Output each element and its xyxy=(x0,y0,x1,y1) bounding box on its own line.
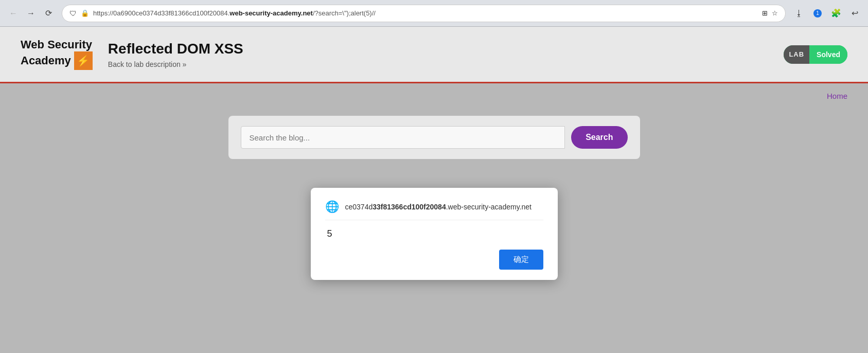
logo-lightning: ⚡ xyxy=(74,51,93,70)
lab-solved-badge: LAB Solved xyxy=(784,45,847,64)
address-bar[interactable]: 🛡 🔒 https://0a6900ce0374d33f81366cd100f2… xyxy=(62,5,786,22)
browser-actions: ⭳ 1 🧩 ↩ xyxy=(792,6,862,21)
back-to-lab-link[interactable]: Back to lab description » xyxy=(108,60,243,68)
search-input[interactable] xyxy=(241,126,565,149)
lab-title: Reflected DOM XSS xyxy=(108,41,243,57)
bookmark-icon[interactable]: ☆ xyxy=(772,9,778,17)
dialog-actions: 确定 xyxy=(325,250,543,270)
lab-badge-label: LAB xyxy=(784,45,809,64)
globe-icon: 🌐 xyxy=(325,200,339,214)
extensions-icon[interactable]: 🧩 xyxy=(829,6,843,21)
origin-prefix: ce0374d xyxy=(345,203,373,211)
logo: Web Security Academy ⚡ xyxy=(21,39,93,69)
dialog-origin: ce0374d33f81366cd100f20084.web-security-… xyxy=(345,203,532,211)
forward-button[interactable]: → xyxy=(24,6,38,21)
logo-academy-text: Academy xyxy=(21,55,71,67)
lab-badge-solved: Solved xyxy=(809,45,847,64)
url-domain: web-security-academy.net xyxy=(229,9,313,17)
lab-header: Web Security Academy ⚡ Reflected DOM XSS… xyxy=(0,27,868,83)
lab-header-left: Web Security Academy ⚡ Reflected DOM XSS… xyxy=(21,39,243,69)
alert-dialog: 🌐 ce0374d33f81366cd100f20084.web-securit… xyxy=(311,188,558,280)
search-button[interactable]: Search xyxy=(571,126,627,149)
logo-line2: Academy ⚡ xyxy=(21,51,93,70)
reload-button[interactable]: ⟳ xyxy=(41,6,56,21)
origin-bold: 33f81366cd100f20084 xyxy=(373,203,446,211)
page-content: Home Search 🌐 ce0374d33f81366cd100f20084… xyxy=(0,83,868,353)
origin-suffix: .web-security-academy.net xyxy=(446,203,532,211)
download-icon[interactable]: ⭳ xyxy=(792,6,806,21)
browser-chrome: ← → ⟳ 🛡 🔒 https://0a6900ce0374d33f81366c… xyxy=(0,0,868,27)
url-suffix: /?search=\");alert(5)// xyxy=(313,9,376,17)
nav-buttons: ← → ⟳ xyxy=(6,6,56,21)
logo-line1: Web Security xyxy=(21,39,93,51)
dialog-message: 5 xyxy=(325,228,543,239)
home-link[interactable]: Home xyxy=(827,92,847,100)
search-container: Search xyxy=(228,116,640,159)
url-text: https://0a6900ce0374d33f81366cd100f20084… xyxy=(93,9,758,17)
search-area: Search xyxy=(0,105,868,169)
dialog-header: 🌐 ce0374d33f81366cd100f20084.web-securit… xyxy=(325,200,543,220)
lock-icon: 🔒 xyxy=(81,9,89,17)
notifications-button[interactable]: 1 xyxy=(810,6,825,21)
notification-badge: 1 xyxy=(813,9,822,17)
lab-title-section: Reflected DOM XSS Back to lab descriptio… xyxy=(108,41,243,68)
page-nav: Home xyxy=(0,83,868,105)
back-button[interactable]: ← xyxy=(6,6,21,21)
shield-icon: 🛡 xyxy=(69,9,77,17)
url-prefix: https://0a6900ce0374d33f81366cd100f20084… xyxy=(93,9,229,17)
qr-icon[interactable]: ⊞ xyxy=(762,9,768,17)
dialog-ok-button[interactable]: 确定 xyxy=(499,250,543,270)
history-back-icon[interactable]: ↩ xyxy=(847,6,862,21)
